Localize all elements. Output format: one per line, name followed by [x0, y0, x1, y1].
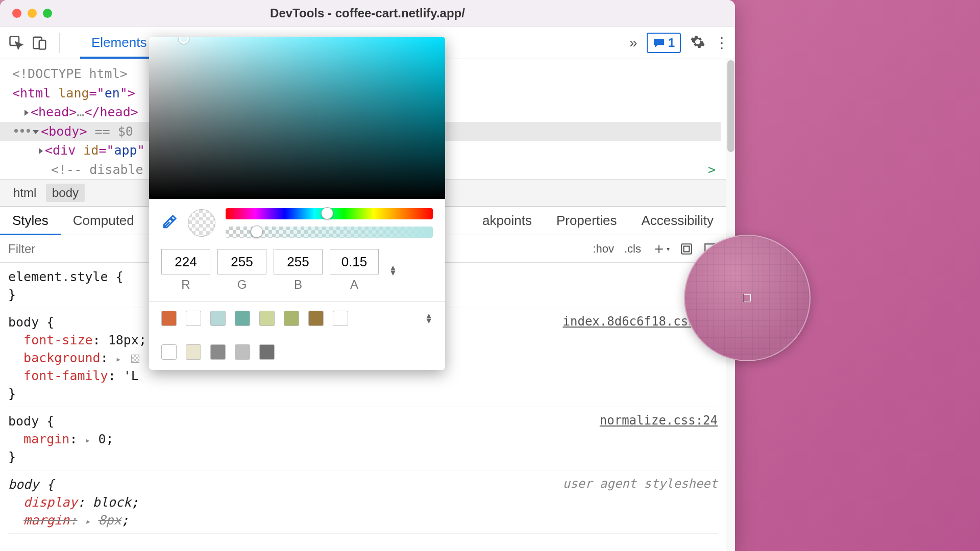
window-title: DevTools - coffee-cart.netlify.app/ — [0, 6, 735, 20]
picker-saturation-field[interactable] — [149, 37, 445, 199]
swatch[interactable] — [161, 344, 177, 360]
close-window-button[interactable] — [12, 9, 21, 18]
collapse-icon[interactable] — [33, 130, 39, 134]
inspect-element-icon[interactable] — [7, 34, 26, 52]
more-menu-button[interactable]: ⋮ — [715, 34, 728, 51]
eyedropper-icon — [161, 214, 178, 230]
breadcrumb-body[interactable]: body — [46, 184, 85, 202]
subtab-breakpoints[interactable]: akpoints — [470, 207, 544, 235]
subtab-styles[interactable]: Styles — [0, 207, 61, 235]
color-mode-toggle[interactable]: ▲▼ — [389, 265, 397, 276]
picker-r-input[interactable] — [161, 249, 210, 274]
swatch[interactable] — [235, 344, 250, 360]
swatch[interactable] — [259, 311, 275, 326]
swatch[interactable] — [186, 311, 201, 326]
current-color-preview — [188, 209, 215, 237]
devtools-window: DevTools - coffee-cart.netlify.app/ Elem… — [0, 0, 735, 551]
rule-body-ua: body {user agent stylesheet display: blo… — [8, 475, 718, 534]
hov-toggle[interactable]: :hov — [593, 242, 614, 256]
divider — [59, 33, 60, 53]
eyedropper-magnifier[interactable] — [684, 235, 811, 361]
svg-rect-2 — [39, 40, 46, 49]
swatch[interactable] — [308, 311, 324, 326]
color-picker: R G B A ▲▼ ▲▼ — [149, 37, 445, 370]
swatch[interactable] — [284, 311, 299, 326]
expand-icon[interactable] — [24, 110, 29, 116]
alpha-thumb[interactable] — [251, 226, 263, 238]
source-ua: user agent stylesheet — [563, 475, 718, 493]
traffic-lights — [12, 9, 52, 18]
scrollbar-thumb[interactable] — [727, 60, 734, 152]
titlebar: DevTools - coffee-cart.netlify.app/ — [0, 0, 735, 27]
swatch[interactable] — [210, 344, 226, 360]
selected-marker: ••• — [12, 124, 31, 139]
breadcrumb-html[interactable]: html — [7, 184, 42, 202]
device-toolbar-icon[interactable] — [31, 34, 49, 52]
swatch[interactable] — [259, 344, 275, 360]
picker-g-input[interactable] — [217, 249, 266, 274]
alpha-slider[interactable] — [226, 227, 433, 238]
swatch[interactable] — [210, 311, 226, 326]
eyedropper-button[interactable] — [161, 214, 178, 232]
svg-rect-3 — [681, 244, 692, 254]
picker-a-input[interactable] — [330, 249, 379, 274]
picker-b-input[interactable] — [274, 249, 323, 274]
minimize-window-button[interactable] — [28, 9, 37, 18]
swatch[interactable] — [235, 311, 250, 326]
settings-button[interactable] — [690, 34, 705, 52]
color-swatch[interactable] — [131, 355, 139, 363]
svg-rect-4 — [684, 246, 690, 252]
tab-elements[interactable]: Elements — [80, 27, 158, 59]
expand-icon[interactable] — [39, 148, 43, 154]
gear-icon — [690, 34, 705, 49]
hue-thumb[interactable] — [321, 207, 333, 219]
issues-count: 1 — [668, 36, 675, 50]
swatch[interactable] — [186, 344, 201, 360]
subtab-computed[interactable]: Computed — [61, 207, 146, 235]
rule-body-normalize: body {normalize.css:24 margin: ▸ 0; } — [8, 412, 718, 470]
message-icon — [653, 38, 665, 48]
swatch-page-toggle[interactable]: ▲▼ — [425, 313, 433, 323]
more-tabs-button[interactable]: » — [629, 35, 638, 51]
swatch[interactable] — [333, 311, 348, 326]
doctype: <!DOCTYPE html> — [12, 66, 128, 81]
swatch[interactable] — [161, 311, 177, 326]
subtab-properties[interactable]: Properties — [544, 207, 629, 235]
hue-slider[interactable] — [226, 208, 433, 219]
zoom-window-button[interactable] — [43, 9, 52, 18]
swatch-palette: ▲▼ — [149, 307, 445, 370]
cls-toggle[interactable]: .cls — [624, 242, 641, 256]
picker-cursor[interactable] — [179, 37, 189, 44]
computed-styles-icon[interactable] — [680, 242, 693, 256]
source-link[interactable]: normalize.css:24 — [600, 412, 718, 430]
new-rule-button[interactable]: ＋▾ — [651, 238, 670, 259]
subtab-accessibility[interactable]: Accessibility — [629, 207, 726, 235]
issues-badge[interactable]: 1 — [647, 33, 681, 53]
